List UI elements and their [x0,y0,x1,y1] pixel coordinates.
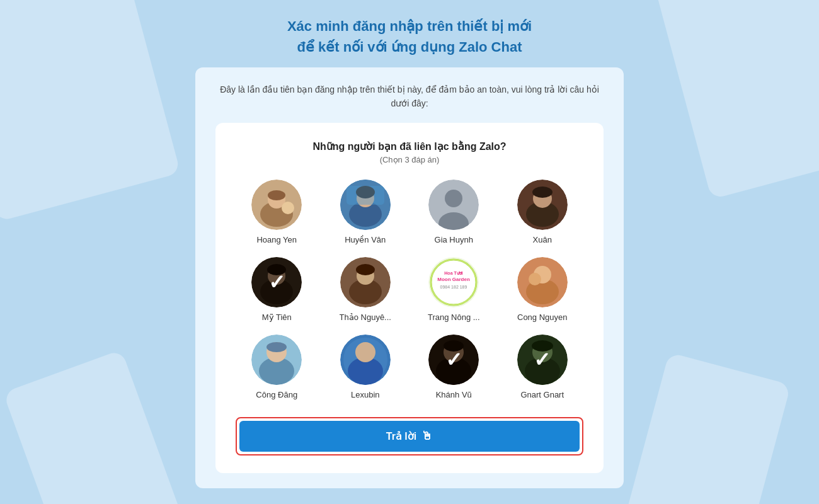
avatar-trang-nong: Hoa Tươi Moon Garden 0984 182 189 [428,257,479,307]
contacts-grid: Hoang Yen Huyền Vân Gia Huynh Xuân [236,180,583,399]
svg-point-25 [356,264,375,275]
avatar-xuan [517,180,568,230]
contact-item-khanh-vu[interactable]: ✓Khánh Vũ [413,335,495,399]
avatar-khanh-vu: ✓ [428,335,479,385]
contact-item-gia-huynh[interactable]: Gia Huynh [413,180,495,244]
contact-name-huyen-van: Huyền Vân [345,235,386,244]
outer-card: Đây là lần đầu tiên bạn đăng nhập trên t… [195,67,624,489]
svg-point-4 [282,202,294,214]
svg-text:Hoa Tươi: Hoa Tươi [445,271,463,275]
question-title: Những người bạn đã liên lạc bằng Zalo? [236,140,583,152]
svg-point-17 [532,186,553,198]
title-line2: để kết nối với ứng dụng Zalo Chat [297,39,522,55]
inner-card: Những người bạn đã liên lạc bằng Zalo? (… [215,123,604,473]
selected-overlay-gnart-gnart: ✓ [517,335,568,385]
contact-name-lexubin: Lexubin [351,390,380,399]
contact-item-trang-nong[interactable]: Hoa Tươi Moon Garden 0984 182 189 Trang … [413,257,495,322]
submit-label: Trả lời [386,430,416,442]
selected-overlay-my-tien: ✓ [251,257,302,307]
contact-name-trang-nong: Trang Nông ... [428,312,480,322]
checkmark-icon: ✓ [445,350,462,370]
avatar-huyen-van [340,180,391,230]
submit-button[interactable]: Trả lời 🖱 [239,421,580,452]
intro-text: Đây là lần đầu tiên bạn đăng nhập trên t… [215,83,604,111]
contact-name-xuan: Xuân [533,235,552,244]
avatar-gnart-gnart: ✓ [517,335,568,385]
avatar-cong-nguyen [517,257,568,307]
svg-text:0984 182 189: 0984 182 189 [440,285,467,289]
contact-name-my-tien: Mỹ Tiên [262,312,292,322]
avatar-my-tien: ✓ [251,257,302,307]
svg-point-3 [268,190,285,200]
cursor-icon: 🖱 [421,430,433,443]
submit-btn-wrapper: Trả lời 🖱 [236,417,583,455]
contact-item-xuan[interactable]: Xuân [501,180,584,244]
contact-name-thao-nguyen: Thảo Nguyê... [340,312,391,322]
avatar-gia-huynh [428,180,479,230]
avatar-lexubin [340,335,391,385]
avatar-hoang-yen [251,180,302,230]
selected-overlay-khanh-vu: ✓ [428,335,479,385]
contact-item-cong-dang[interactable]: Công Đăng [236,335,318,399]
contact-name-cong-nguyen: Cong Nguyen [517,312,568,322]
contact-name-cong-dang: Công Đăng [256,390,297,399]
contact-name-hoang-yen: Hoang Yen [256,235,297,244]
avatar-thao-nguyen [340,257,391,307]
svg-point-12 [445,190,462,207]
question-subtitle: (Chọn 3 đáp án) [236,155,583,164]
contact-item-my-tien[interactable]: ✓Mỹ Tiên [236,257,318,322]
avatar-cong-dang [251,335,302,385]
svg-point-43 [355,342,375,362]
svg-rect-10 [346,186,384,205]
checkmark-icon: ✓ [534,350,551,370]
contact-item-gnart-gnart[interactable]: ✓Gnart Gnart [501,335,584,399]
svg-text:Moon Garden: Moon Garden [437,277,470,282]
page-container: Xác minh đăng nhập trên thiết bị mới để … [0,16,819,489]
contact-name-gia-huynh: Gia Huynh [435,235,473,244]
svg-point-35 [529,273,541,285]
contact-item-lexubin[interactable]: Lexubin [324,335,407,399]
svg-point-39 [266,342,287,352]
page-title: Xác minh đăng nhập trên thiết bị mới để … [287,16,532,57]
checkmark-icon: ✓ [268,272,285,292]
title-line1: Xác minh đăng nhập trên thiết bị mới [287,18,532,34]
contact-item-thao-nguyen[interactable]: Thảo Nguyê... [324,257,407,322]
contact-item-huyen-van[interactable]: Huyền Vân [324,180,407,244]
contact-name-khanh-vu: Khánh Vũ [436,390,472,399]
contact-item-hoang-yen[interactable]: Hoang Yen [236,180,318,244]
contact-item-cong-nguyen[interactable]: Cong Nguyen [501,257,584,322]
contact-name-gnart-gnart: Gnart Gnart [520,390,564,399]
